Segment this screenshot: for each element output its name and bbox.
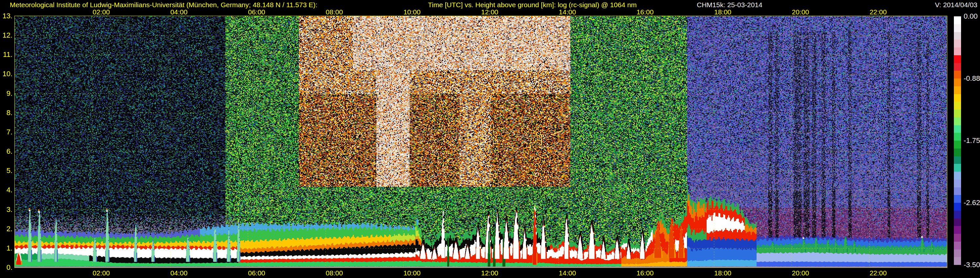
x-tick-label: 12:00 bbox=[475, 8, 504, 16]
colorbar-tick-label: -3.50 bbox=[964, 261, 980, 268]
y-tick-label: 3. bbox=[0, 206, 13, 213]
colorbar-segment bbox=[954, 24, 961, 32]
colorbar-segment bbox=[954, 203, 961, 211]
x-axis-top-ticks: 02:0004:0006:0008:0010:0012:0014:0016:00… bbox=[0, 8, 980, 16]
colorbar-segment bbox=[954, 195, 961, 203]
colorbar-segment bbox=[954, 110, 961, 117]
colorbar-segment bbox=[954, 187, 961, 195]
colorbar-segment bbox=[954, 149, 961, 157]
colorbar-segment bbox=[954, 32, 961, 40]
colorbar-segment bbox=[954, 157, 961, 164]
colorbar-segment bbox=[954, 125, 961, 133]
colorbar-segment bbox=[954, 48, 961, 55]
y-tick-label: 6. bbox=[0, 148, 13, 155]
x-tick-label: 18:00 bbox=[708, 8, 738, 16]
institute-title: Meteorological Institute of Ludwig-Maxim… bbox=[10, 1, 318, 9]
colorbar-segment bbox=[954, 242, 961, 249]
colorbar-segment bbox=[954, 94, 961, 102]
y-tick-label: 11. bbox=[0, 51, 13, 58]
colorbar-segment bbox=[954, 219, 961, 226]
plot-title: Time [UTC] vs. Height above ground [km]:… bbox=[428, 1, 637, 9]
x-tick-label: 22:00 bbox=[863, 8, 893, 16]
colorbar-tick-label: 0.00 bbox=[964, 13, 980, 20]
lidar-quicklook-screen: { "header": { "left": "Meteorological In… bbox=[0, 0, 980, 278]
colorbar-segment bbox=[954, 179, 961, 187]
colorbar-segment bbox=[954, 40, 961, 48]
y-tick-label: 13. bbox=[0, 13, 13, 20]
x-tick-label: 04:00 bbox=[164, 8, 194, 16]
colorbar-segment bbox=[954, 133, 961, 141]
x-tick-label: 20:00 bbox=[786, 270, 815, 277]
x-tick-label: 06:00 bbox=[242, 8, 272, 16]
y-tick-label: 9. bbox=[0, 90, 13, 97]
x-tick-label: 08:00 bbox=[320, 270, 349, 277]
colorbar-segment bbox=[954, 249, 961, 257]
x-axis-bottom-ticks: 02:0004:0006:0008:0010:0012:0014:0016:00… bbox=[0, 270, 980, 277]
lidar-heatmap-canvas bbox=[15, 16, 947, 268]
colorbar bbox=[954, 16, 961, 265]
y-tick-label: 7. bbox=[0, 129, 13, 136]
colorbar-segment bbox=[954, 78, 961, 86]
x-tick-label: 22:00 bbox=[863, 270, 893, 277]
x-tick-label: 12:00 bbox=[475, 270, 504, 277]
y-tick-label: 1. bbox=[0, 244, 13, 252]
y-tick-label: 10. bbox=[0, 70, 13, 78]
colorbar-tick-label: -0.88 bbox=[964, 75, 980, 82]
x-tick-label: 14:00 bbox=[553, 8, 582, 16]
x-tick-label: 04:00 bbox=[164, 270, 194, 277]
x-tick-label: 18:00 bbox=[708, 270, 738, 277]
version-label: V: 2014/04/03 bbox=[935, 1, 977, 9]
instrument-date-label: CHM15k: 25-03-2014 bbox=[697, 1, 762, 9]
colorbar-segment bbox=[954, 211, 961, 219]
x-tick-label: 02:00 bbox=[87, 270, 116, 277]
x-tick-label: 16:00 bbox=[630, 270, 660, 277]
y-tick-label: 8. bbox=[0, 109, 13, 117]
x-tick-label: 20:00 bbox=[786, 8, 815, 16]
colorbar-segment bbox=[954, 172, 961, 179]
colorbar-segment bbox=[954, 86, 961, 94]
x-tick-label: 14:00 bbox=[553, 270, 582, 277]
colorbar-segment bbox=[954, 257, 961, 265]
x-tick-label: 02:00 bbox=[87, 8, 116, 16]
colorbar-tick-label: -2.62 bbox=[964, 199, 980, 206]
colorbar-segment bbox=[954, 164, 961, 172]
x-tick-label: 08:00 bbox=[320, 8, 349, 16]
y-tick-label: 2. bbox=[0, 225, 13, 233]
colorbar-segment bbox=[954, 102, 961, 110]
x-tick-label: 16:00 bbox=[630, 8, 660, 16]
y-tick-label: 12. bbox=[0, 32, 13, 39]
y-tick-label: 0. bbox=[0, 264, 13, 271]
y-tick-label: 4. bbox=[0, 187, 13, 193]
x-tick-label: 06:00 bbox=[242, 270, 272, 277]
colorbar-segment bbox=[954, 16, 961, 24]
colorbar-segment bbox=[954, 117, 961, 125]
colorbar-segment bbox=[954, 55, 961, 63]
colorbar-segment bbox=[954, 226, 961, 234]
y-axis-ticks: 13.12.11.10.9.8.7.6.5.4.3.2.1.0. bbox=[0, 0, 14, 278]
x-tick-label: 10:00 bbox=[397, 8, 426, 16]
plot-frame bbox=[14, 16, 947, 268]
colorbar-segment bbox=[954, 63, 961, 71]
x-tick-label: 10:00 bbox=[397, 270, 426, 277]
y-tick-label: 5. bbox=[0, 167, 13, 174]
colorbar-segment bbox=[954, 141, 961, 149]
colorbar-tick-label: -1.75 bbox=[964, 137, 980, 144]
colorbar-segment bbox=[954, 234, 961, 242]
colorbar-segment bbox=[954, 71, 961, 78]
